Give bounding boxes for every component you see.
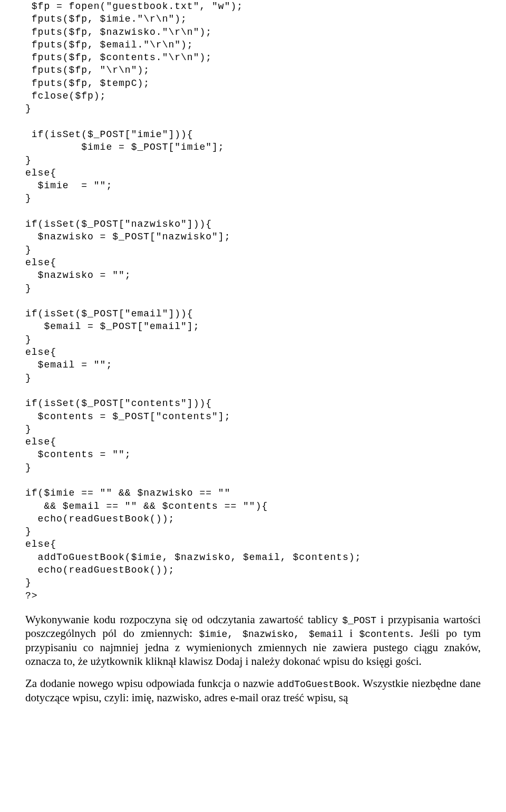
paragraph-1: Wykonywanie kodu rozpoczyna się od odczy…: [25, 613, 481, 669]
code-block: $fp = fopen("guestbook.txt", "w"); fputs…: [25, 0, 481, 602]
para1-text-a: Wykonywanie kodu rozpoczyna się od odczy…: [25, 613, 342, 626]
para1-text-e: i: [343, 627, 359, 640]
para1-code-b: $_POST: [342, 615, 376, 626]
paragraph-2: Za dodanie nowego wpisu odpowiada funkcj…: [25, 676, 481, 704]
para2-text-a: Za dodanie nowego wpisu odpowiada funkcj…: [25, 677, 277, 690]
para1-code-f: $contents: [359, 629, 410, 640]
para2-code-b: addToGuestBook: [277, 679, 357, 690]
para1-code-d: $imie, $nazwisko, $email: [199, 629, 343, 640]
